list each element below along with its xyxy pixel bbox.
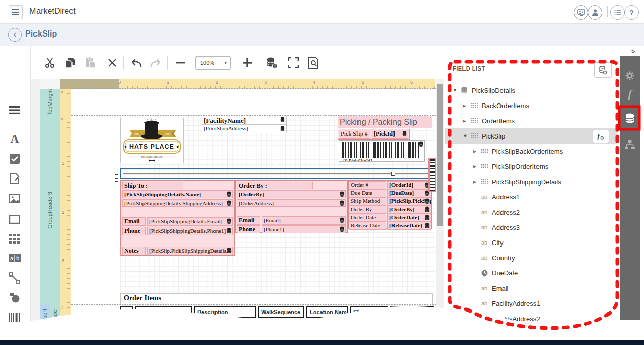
ship-to-email-field[interactable]: [PickSlipShippingDetails.Email] bbox=[147, 217, 233, 226]
report-explorer-tab[interactable] bbox=[620, 136, 640, 153]
expand-node-icon[interactable]: ▶ bbox=[473, 180, 481, 184]
expressions-tab[interactable]: f bbox=[620, 86, 640, 103]
screen-share-button[interactable] bbox=[574, 5, 588, 20]
undo-button[interactable] bbox=[128, 55, 144, 71]
cut-button[interactable] bbox=[42, 55, 58, 71]
redo-button[interactable] bbox=[148, 55, 164, 71]
selection-handle[interactable] bbox=[115, 163, 118, 166]
ship-to-address-field[interactable]: [PickSlipShippingDetails.ShippingAddress… bbox=[122, 199, 233, 207]
field-list-item[interactable]: abFacilityAddress1 bbox=[445, 296, 617, 311]
back-button[interactable]: ‹ bbox=[8, 28, 22, 42]
collapse-node-icon[interactable]: ▼ bbox=[463, 133, 471, 139]
order-by-address-field[interactable]: [OrderAddress] bbox=[237, 199, 346, 207]
order-by-phone-label[interactable]: Phone bbox=[237, 225, 260, 233]
field-list-tab[interactable] bbox=[620, 110, 640, 127]
zoom-level-select[interactable]: 100% ▾ bbox=[195, 56, 231, 70]
field-list-item[interactable]: abCountry bbox=[445, 250, 617, 265]
delete-button[interactable] bbox=[104, 55, 120, 71]
field-list-item[interactable]: abAddress3 bbox=[445, 220, 617, 235]
toolbox-line-tool[interactable] bbox=[7, 270, 22, 286]
toolbox-richtext-tool[interactable] bbox=[7, 171, 22, 186]
pickslip-number-label[interactable]: Pick Slip # bbox=[339, 130, 370, 139]
expand-node-icon[interactable]: ▶ bbox=[463, 104, 471, 108]
order-info-row[interactable]: Due Date[DueDate] bbox=[349, 189, 431, 197]
field-list-item[interactable]: ▶PickSlipOrderItems bbox=[445, 159, 617, 174]
order-by-email-field[interactable]: [Email] bbox=[262, 216, 346, 225]
order-info-row[interactable]: Order #[OrderId] bbox=[349, 181, 431, 189]
ship-to-phone-label[interactable]: Phone bbox=[122, 227, 146, 235]
copy-button[interactable] bbox=[62, 55, 78, 71]
field-list-item[interactable]: ▶PickSlipBackOrderItems bbox=[445, 144, 617, 159]
toolbox-shape-tool[interactable] bbox=[7, 290, 22, 305]
items-column-header[interactable]: Product Code bbox=[135, 306, 192, 318]
logo-picture-box[interactable]: est. 1987 • HATS PLACE • - brilliant cho… bbox=[120, 118, 184, 163]
expand-node-icon[interactable]: ▶ bbox=[473, 149, 481, 154]
field-list-item[interactable]: ▼PickSlipDetails bbox=[445, 83, 617, 98]
ship-to-name-field[interactable]: [PickSlipShippingDetails.Name] bbox=[122, 190, 233, 198]
fullscreen-button[interactable] bbox=[285, 55, 301, 71]
selected-line-control[interactable] bbox=[120, 168, 435, 179]
zoom-out-button[interactable] bbox=[172, 55, 189, 71]
collapse-panel-chevron[interactable]: > bbox=[631, 48, 635, 55]
canvas-scrollbar-thumb[interactable] bbox=[437, 84, 443, 226]
app-menu-button[interactable] bbox=[9, 5, 23, 19]
band-group-header3[interactable]: GroupHeader3 bbox=[40, 116, 60, 305]
facility-name-field[interactable]: [FacilityName] bbox=[202, 116, 287, 125]
field-list-item[interactable]: abFacilityAddress2 bbox=[445, 311, 617, 326]
list-menu-button[interactable] bbox=[610, 5, 625, 20]
band-detail-report[interactable]: DetailReport bbox=[40, 304, 50, 345]
items-column-header[interactable]: Item # bbox=[120, 306, 133, 318]
toolbox-table-tool[interactable] bbox=[7, 231, 22, 247]
toolbox-picture-tool[interactable] bbox=[7, 191, 22, 206]
validate-bindings-button[interactable] bbox=[264, 55, 280, 71]
field-list-item[interactable]: ▶PickSlipShippingDetails bbox=[445, 174, 617, 189]
ship-to-email-label[interactable]: Email bbox=[122, 217, 146, 226]
selection-handle[interactable] bbox=[115, 178, 118, 182]
printshop-address-field[interactable]: [PrintShopAddress] bbox=[202, 125, 287, 132]
toolbox-checkbox-tool[interactable] bbox=[7, 151, 22, 166]
toolbox-barcode-tool[interactable] bbox=[7, 310, 22, 325]
selection-handle[interactable] bbox=[115, 171, 118, 175]
order-info-row[interactable]: Order By[OrderBy] bbox=[349, 205, 431, 214]
order-items-header[interactable]: Order Items bbox=[120, 293, 433, 304]
help-button[interactable]: ? bbox=[624, 5, 639, 20]
expand-node-icon[interactable]: ▶ bbox=[473, 164, 481, 169]
order-info-row[interactable]: Ship Method[PickSlip.PickSlipShippingDet… bbox=[349, 197, 431, 205]
ship-to-label[interactable]: Ship To : bbox=[122, 182, 183, 189]
items-column-header[interactable]: WalkSequence bbox=[258, 306, 304, 318]
selection-handle[interactable] bbox=[275, 163, 278, 166]
toolbox-character-comb-tool[interactable]: a b bbox=[7, 251, 22, 266]
ship-to-notes-label[interactable]: Notes bbox=[122, 247, 146, 255]
ship-to-phone-field[interactable]: [PickSlipShippingDetails.Phone1] bbox=[147, 227, 233, 235]
order-by-phone-field[interactable]: [Phone1] bbox=[262, 225, 346, 233]
field-list-item[interactable]: DueDate bbox=[445, 265, 617, 281]
user-account-button[interactable] bbox=[588, 5, 602, 20]
field-list-item[interactable]: abAddress2 bbox=[445, 204, 617, 220]
field-list-item[interactable]: abEmail bbox=[445, 281, 617, 296]
field-list-item[interactable]: ▶OrderItems bbox=[445, 113, 617, 128]
band-top-margin[interactable]: TopMargin bbox=[40, 89, 60, 116]
items-column-header[interactable]: Location Name bbox=[306, 306, 348, 318]
field-list-item[interactable]: abCity bbox=[445, 235, 617, 250]
selection-handle[interactable] bbox=[391, 172, 395, 176]
order-by-email-label[interactable]: Email bbox=[237, 216, 260, 225]
items-column-header[interactable]: Description bbox=[194, 306, 256, 318]
manage-datasources-button[interactable] bbox=[594, 62, 612, 78]
toolbox-panel-tool[interactable] bbox=[7, 212, 22, 227]
zoom-in-button[interactable] bbox=[239, 55, 256, 71]
report-title-label[interactable]: Picking / Packing Slip bbox=[338, 116, 432, 128]
items-column-header[interactable]: Pick Quantity bbox=[390, 306, 434, 318]
preview-button[interactable] bbox=[305, 55, 321, 71]
order-by-label[interactable]: Order By : bbox=[237, 182, 313, 189]
collapse-node-icon[interactable]: ▼ bbox=[453, 88, 461, 93]
paste-button[interactable] bbox=[82, 55, 98, 71]
order-info-row[interactable]: Release Date[ReleaseDate] bbox=[349, 222, 431, 230]
vertical-barcode-control[interactable] bbox=[428, 158, 436, 192]
band-group-header-bottom[interactable]: GroupHeader bbox=[50, 304, 60, 345]
barcode-control[interactable]: [0.PickSlipId] bbox=[339, 140, 425, 162]
add-calculated-field-button[interactable]: f⚙ bbox=[593, 130, 609, 143]
items-column-header[interactable]: Skid# bbox=[350, 306, 388, 318]
order-by-name-field[interactable]: [OrderBy] bbox=[237, 190, 346, 198]
pickslip-id-field[interactable]: [PickId] bbox=[372, 130, 408, 139]
field-list-item[interactable]: ▼PickSlipf⚙ bbox=[445, 128, 617, 144]
